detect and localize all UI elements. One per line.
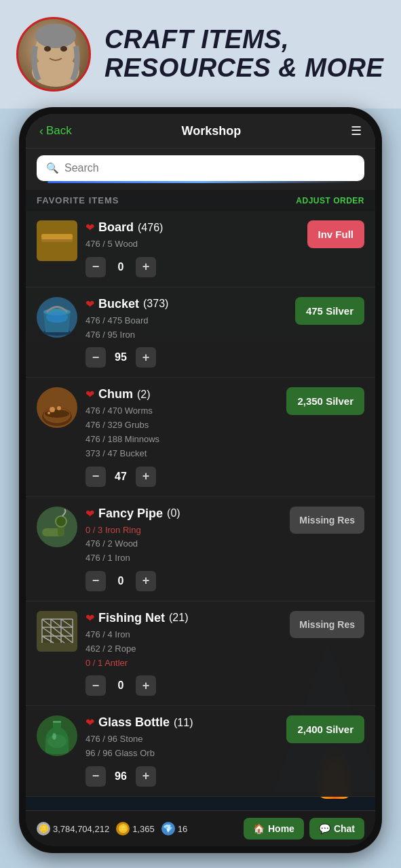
gold-currency: 🪙 1,365 — [116, 822, 155, 835]
qty-value: 47 — [111, 471, 130, 483]
gem-icon: 💎 — [161, 822, 175, 835]
qty-decrease-button[interactable]: − — [85, 766, 106, 787]
qty-value: 0 — [111, 575, 130, 587]
list-item: ❤ Glass Bottle (11) 476 / 96 Stone 96 / … — [26, 706, 375, 797]
items-scroll-area[interactable]: ❤ Board (476) 476 / 5 Wood − 0 + Inv Ful… — [26, 211, 375, 810]
item-name: Fancy Pipe — [98, 507, 163, 521]
item-name: Fishing Net — [98, 611, 165, 625]
item-name-row: ❤ Fancy Pipe (0) — [85, 507, 282, 521]
item-details-fishing-net: ❤ Fishing Net (21) 476 / 4 Iron 462 / 2 … — [85, 611, 282, 696]
bottom-bar: 🪙 3,784,704,212 🪙 1,365 💎 16 🏠 Home — [26, 810, 375, 846]
back-label: Back — [46, 124, 72, 138]
qty-decrease-button[interactable]: − — [85, 257, 106, 277]
phone-screen: ‹ Back Workshop ☰ 🔍 FAVORITE ITEMS ADJUS… — [26, 114, 375, 846]
section-header: FAVORITE ITEMS ADJUST ORDER — [26, 190, 375, 211]
qty-value: 0 — [111, 261, 130, 273]
quantity-row: − 0 + — [85, 257, 299, 277]
item-name: Glass Bottle — [98, 715, 170, 730]
qty-increase-button[interactable]: + — [136, 766, 156, 787]
inv-full-button[interactable]: Inv Full — [307, 220, 365, 248]
qty-increase-button[interactable]: + — [136, 571, 156, 591]
resource-line-missing: 0 / 1 Antler — [85, 656, 282, 671]
qty-value: 96 — [111, 770, 130, 783]
svg-point-1 — [32, 57, 79, 87]
qty-increase-button[interactable]: + — [136, 257, 156, 277]
craft-silver-button[interactable]: 475 Silver — [295, 297, 364, 325]
item-icon-chum — [37, 387, 77, 428]
silver-icon: 🪙 — [37, 822, 50, 835]
avatar-image — [18, 19, 89, 90]
item-action-area: 2,350 Silver — [286, 387, 364, 415]
item-count: (373) — [143, 298, 168, 310]
nav-buttons: 🏠 Home 💬 Chat — [244, 818, 364, 840]
item-name: Bucket — [98, 297, 139, 311]
gold-icon: 🪙 — [116, 822, 130, 835]
qty-decrease-button[interactable]: − — [85, 347, 106, 368]
item-icon-fishing-net — [37, 611, 77, 652]
phone-frame: ‹ Back Workshop ☰ 🔍 FAVORITE ITEMS ADJUS… — [19, 107, 382, 853]
favorite-icon: ❤ — [85, 221, 94, 234]
list-item: ❤ Fishing Net (21) 476 / 4 Iron 462 / 2 … — [26, 601, 375, 706]
missing-res-button[interactable]: Missing Res — [290, 507, 364, 534]
search-icon: 🔍 — [46, 162, 59, 174]
list-item: ❤ Bucket (373) 476 / 475 Board 476 / 95 … — [26, 288, 375, 378]
svg-point-10 — [46, 312, 68, 323]
adjust-order-button[interactable]: ADJUST ORDER — [296, 196, 364, 205]
search-input[interactable] — [64, 162, 355, 174]
item-action-area: Missing Res — [290, 507, 364, 534]
chevron-left-icon: ‹ — [39, 124, 43, 138]
item-details-board: ❤ Board (476) 476 / 5 Wood − 0 + — [85, 220, 299, 277]
item-name: Board — [98, 220, 134, 235]
resource-line: 462 / 2 Rope — [85, 642, 282, 656]
qty-decrease-button[interactable]: − — [85, 571, 106, 591]
item-count: (2) — [137, 389, 151, 401]
item-name-row: ❤ Glass Bottle (11) — [85, 715, 278, 730]
quantity-row: − 0 + — [85, 571, 282, 591]
item-details-fancy-pipe: ❤ Fancy Pipe (0) 0 / 3 Iron Ring 476 / 2… — [85, 507, 282, 591]
qty-value: 0 — [111, 679, 130, 692]
resource-line: 476 / 95 Iron — [85, 328, 287, 342]
craft-silver-button[interactable]: 2,350 Silver — [286, 387, 364, 415]
search-underline — [47, 181, 354, 183]
chat-button[interactable]: 💬 Chat — [309, 818, 364, 840]
item-action-area: Missing Res — [290, 611, 364, 638]
missing-res-button[interactable]: Missing Res — [290, 611, 364, 638]
resource-line: 476 / 1 Iron — [85, 551, 282, 566]
list-item: ❤ Chum (2) 476 / 470 Worms 476 / 329 Gru… — [26, 378, 375, 496]
svg-point-14 — [50, 407, 55, 412]
search-input-wrap: 🔍 — [37, 155, 364, 181]
resource-line: 476 / 4 Iron — [85, 628, 282, 642]
resource-line: 373 / 47 Bucket — [85, 447, 278, 461]
item-count: (11) — [174, 717, 193, 729]
menu-icon[interactable]: ☰ — [351, 123, 362, 138]
item-name: Chum — [98, 387, 133, 401]
favorite-items-label: FAVORITE ITEMS — [37, 195, 119, 205]
qty-decrease-button[interactable]: − — [85, 675, 106, 696]
resource-line: 476 / 470 Worms — [85, 404, 278, 418]
item-count: (476) — [138, 222, 163, 234]
gem-currency: 💎 16 — [161, 822, 187, 835]
item-details-chum: ❤ Chum (2) 476 / 470 Worms 476 / 329 Gru… — [85, 387, 278, 486]
back-button[interactable]: ‹ Back — [39, 124, 72, 138]
home-button[interactable]: 🏠 Home — [244, 818, 304, 840]
qty-increase-button[interactable]: + — [136, 675, 156, 696]
resource-line: 476 / 2 Wood — [85, 537, 282, 551]
qty-increase-button[interactable]: + — [136, 347, 156, 368]
favorite-icon: ❤ — [85, 298, 94, 311]
item-name-row: ❤ Bucket (373) — [85, 297, 287, 311]
svg-point-15 — [57, 406, 61, 410]
item-count: (21) — [169, 612, 188, 624]
favorite-icon: ❤ — [85, 388, 94, 401]
qty-increase-button[interactable]: + — [136, 467, 156, 487]
currency-group: 🪙 3,784,704,212 🪙 1,365 💎 16 — [37, 822, 187, 835]
qty-decrease-button[interactable]: − — [85, 467, 106, 487]
svg-point-34 — [52, 733, 56, 740]
svg-rect-7 — [41, 242, 73, 248]
craft-silver-button[interactable]: 2,400 Silver — [286, 715, 364, 743]
app-header: ‹ Back Workshop ☰ — [26, 114, 375, 149]
resource-line: 96 / 96 Glass Orb — [85, 747, 278, 761]
resource-line: 476 / 188 Minnows — [85, 433, 278, 447]
item-icon-board — [37, 220, 77, 261]
svg-point-3 — [44, 46, 51, 52]
item-name-row: ❤ Chum (2) — [85, 387, 278, 401]
